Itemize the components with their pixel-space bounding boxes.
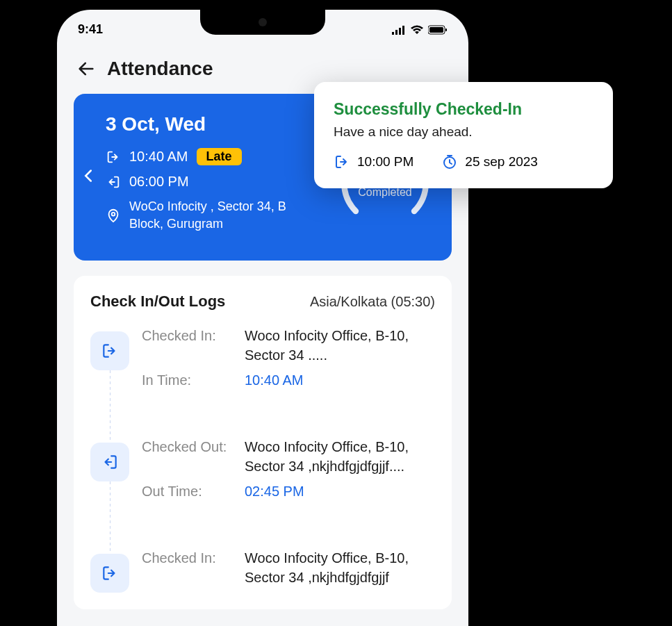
toast-date: 25 sep 2023: [441, 154, 538, 170]
back-arrow-icon[interactable]: [76, 59, 96, 79]
checkin-row: 10:40 AM Late: [106, 148, 336, 165]
svg-point-7: [112, 213, 115, 216]
toast-date-value: 25 sep 2023: [465, 154, 538, 170]
log-time: 10:40 AM: [245, 370, 304, 390]
svg-rect-6: [445, 28, 447, 31]
log-item: Checked Out:Woco Infocity Office, B-10, …: [90, 437, 435, 506]
toast-row: 10:00 PM 25 sep 2023: [334, 154, 593, 170]
log-body: Checked Out:Woco Infocity Office, B-10, …: [142, 437, 435, 506]
location-pin-icon: [106, 208, 121, 223]
logs-header: Check In/Out Logs Asia/Kolkata (05:30): [90, 293, 435, 311]
checkin-icon: [106, 149, 121, 165]
toast-time: 10:00 PM: [334, 154, 413, 170]
log-label: Out Time:: [142, 481, 239, 501]
log-body: Checked In:Woco Infocity Office, B-10, S…: [142, 548, 435, 593]
summary-date: 3 Oct, Wed: [106, 113, 336, 135]
checkin-icon: [334, 154, 350, 170]
toast-subtitle: Have a nice day ahead.: [334, 124, 593, 140]
summary-left: 3 Oct, Wed 10:40 AM Late 06:00 PM: [106, 113, 336, 241]
status-time: 9:41: [78, 22, 103, 37]
log-label: Checked In:: [142, 548, 239, 587]
log-item: Checked In:Woco Infocity Office, B-10, S…: [90, 326, 435, 395]
cellular-signal-icon: [392, 25, 406, 35]
prev-day-button[interactable]: [83, 169, 93, 186]
status-right: [392, 25, 448, 35]
checkout-time: 06:00 PM: [129, 174, 189, 190]
logs-title: Check In/Out Logs: [90, 293, 225, 311]
log-item: Checked In:Woco Infocity Office, B-10, S…: [90, 548, 435, 593]
svg-rect-3: [402, 26, 404, 35]
svg-rect-2: [399, 28, 401, 35]
battery-icon: [428, 25, 448, 35]
checkin-time: 10:40 AM: [129, 149, 188, 165]
checkout-row: 06:00 PM: [106, 174, 336, 190]
toast-title: Successfully Checked-In: [334, 100, 593, 119]
log-body: Checked In:Woco Infocity Office, B-10, S…: [142, 326, 435, 395]
page-title: Attendance: [107, 58, 213, 80]
log-location: Woco Infocity Office, B-10, Sector 34 ,n…: [245, 437, 435, 476]
timezone-label: Asia/Kolkata (05:30): [310, 294, 435, 310]
log-checkin-icon: [90, 554, 129, 593]
log-time: 02:45 PM: [245, 481, 304, 501]
svg-rect-0: [392, 32, 394, 35]
svg-rect-1: [395, 30, 398, 35]
location-text: WoCo Infocity , Sector 34, B Block, Guru…: [129, 198, 310, 233]
location-row: WoCo Infocity , Sector 34, B Block, Guru…: [106, 198, 336, 233]
log-label: In Time:: [142, 370, 239, 390]
late-badge: Late: [197, 148, 242, 165]
checkin-toast: Successfully Checked-In Have a nice day …: [314, 82, 613, 188]
log-checkin-icon: [90, 331, 129, 370]
phone-notch: [200, 10, 325, 35]
checkout-icon: [106, 174, 121, 190]
log-checkout-icon: [90, 443, 129, 481]
log-location: Woco Infocity Office, B-10, Sector 34 ,n…: [245, 548, 435, 587]
logs-card: Check In/Out Logs Asia/Kolkata (05:30) C…: [74, 276, 452, 609]
clock-icon: [441, 154, 458, 170]
toast-time-value: 10:00 PM: [357, 154, 413, 170]
svg-rect-5: [429, 27, 443, 33]
log-label: Checked Out:: [142, 437, 239, 476]
wifi-icon: [410, 25, 424, 35]
log-label: Checked In:: [142, 326, 239, 365]
log-location: Woco Infocity Office, B-10, Sector 34 ..…: [245, 326, 435, 365]
